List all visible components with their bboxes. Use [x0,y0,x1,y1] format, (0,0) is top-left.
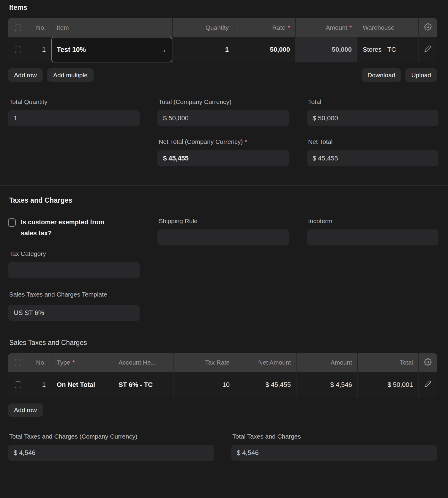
item-code-cell[interactable]: Test 10% → [51,37,172,62]
taxes-fields-row: Is customer exempted from sales tax? Shi… [8,217,440,245]
items-table-actions: Add row Add multiple Download Upload [8,68,437,82]
total-quantity-label: Total Quantity [9,98,140,106]
sales-taxes-table-actions: Add row [8,404,437,417]
items-col-quantity: Quantity [172,18,234,37]
taxes-col-type: Type* [51,353,113,372]
net-total-label: Net Total [308,138,438,146]
add-row-button[interactable]: Add row [8,68,43,82]
total-label: Total [308,98,438,106]
total-taxes-company-currency-label: Total Taxes and Charges (Company Currenc… [9,432,214,440]
total-field[interactable]: $ 50,000 [307,110,438,126]
pencil-icon[interactable] [424,45,431,54]
taxes-col-no: No. [28,353,51,372]
tax-category-field[interactable] [8,262,140,278]
items-col-no: No. [28,18,51,37]
taxes-col-tax-rate: Tax Rate [173,353,235,372]
sales-taxes-table-row: 1 On Net Total ST 6% - TC 10 $ 45,455 $ … [8,372,437,398]
total-quantity-field[interactable]: 1 [8,110,140,126]
items-table: No. Item Quantity Rate* Amount* Warehous… [8,18,437,62]
amount-cell[interactable]: $ 4,546 [296,372,357,398]
account-head-cell[interactable]: ST 6% - TC [113,372,173,398]
net-amount-cell[interactable]: $ 45,455 [235,372,296,398]
exempt-checkbox-field[interactable]: Is customer exempted from sales tax? [8,217,140,245]
required-marker: * [72,359,75,366]
open-link-arrow-icon[interactable]: → [160,45,167,54]
exempt-checkbox[interactable] [8,218,16,227]
quantity-cell[interactable]: 1 [172,37,234,62]
incoterm-field[interactable] [307,229,438,245]
items-col-rate: Rate* [234,18,295,37]
sales-taxes-template-field[interactable]: US ST 6% [8,305,140,321]
items-section-title: Items [9,4,440,12]
total-taxes-company-currency-field[interactable]: $ 4,546 [8,445,214,461]
items-col-amount: Amount* [295,18,357,37]
amount-cell[interactable]: 50,000 [295,37,357,62]
gear-icon[interactable] [424,358,432,367]
exempt-checkbox-label: Is customer exempted from sales tax? [21,217,119,239]
total-cell[interactable]: $ 50,001 [357,372,418,398]
total-taxes-field[interactable]: $ 4,546 [231,445,437,461]
row-select-cell[interactable] [8,372,28,398]
total-company-currency-label: Total (Company Currency) [159,98,289,106]
taxes-col-net-amount: Net Amount [235,353,296,372]
net-total-company-currency-label: Net Total (Company Currency)* [159,138,289,146]
section-divider [0,185,448,186]
upload-button[interactable]: Upload [405,68,437,82]
items-col-warehouse: Warehouse [357,18,418,37]
shipping-rule-field[interactable] [157,229,289,245]
bottom-totals-row: Total Taxes and Charges (Company Currenc… [8,432,440,461]
items-col-item: Item [51,18,172,37]
required-marker: * [349,24,352,31]
row-edit-cell[interactable] [418,37,437,62]
text-cursor [87,46,87,54]
tax-category-block: Tax Category [8,250,140,278]
taxes-col-total: Total [357,353,418,372]
shipping-rule-label: Shipping Rule [159,217,289,225]
gear-icon[interactable] [424,23,432,32]
tax-category-label: Tax Category [9,250,140,258]
totals-row-1: Total Quantity 1 Total (Company Currency… [8,98,440,126]
items-select-all-cell[interactable] [8,18,28,37]
sales-taxes-table-header: No. Type* Account He... Tax Rate Net Amo… [8,353,437,372]
row-checkbox[interactable] [15,46,21,53]
item-code-value[interactable]: Test 10% [57,46,86,54]
warehouse-cell[interactable]: Stores - TC [357,37,418,62]
select-all-checkbox[interactable] [15,359,21,366]
select-all-checkbox[interactable] [15,24,21,31]
row-no-cell: 1 [28,37,51,62]
pencil-icon[interactable] [424,380,431,389]
form-page: Items No. Item Quantity Rate* Amount* Wa… [0,0,448,461]
charge-type-cell[interactable]: On Net Total [51,372,113,398]
taxes-col-account-head: Account He... [113,353,173,372]
row-no-cell: 1 [28,372,51,398]
net-total-field[interactable]: $ 45,455 [307,150,438,166]
row-edit-cell[interactable] [418,372,437,398]
sales-taxes-template-block: Sales Taxes and Charges Template US ST 6… [8,289,140,321]
items-table-header: No. Item Quantity Rate* Amount* Warehous… [8,18,437,37]
items-table-settings-cell[interactable] [418,18,437,37]
taxes-select-all-cell[interactable] [8,353,28,372]
rate-cell[interactable]: 50,000 [234,37,295,62]
taxes-table-settings-cell[interactable] [418,353,437,372]
incoterm-label: Incoterm [308,217,438,225]
row-checkbox[interactable] [15,381,21,388]
net-total-company-currency-field[interactable]: $ 45,455 [157,150,289,166]
required-marker: * [245,138,247,145]
items-table-row: 1 Test 10% → 1 50,000 50,000 Stores - TC [8,37,437,62]
tax-rate-cell[interactable]: 10 [173,372,235,398]
totals-row-2: Net Total (Company Currency)* $ 45,455 N… [8,138,440,166]
sales-taxes-template-label: Sales Taxes and Charges Template [9,289,134,300]
sales-taxes-table: No. Type* Account He... Tax Rate Net Amo… [8,353,437,398]
taxes-col-amount: Amount [296,353,357,372]
taxes-section-title: Taxes and Charges [9,196,440,204]
download-button[interactable]: Download [362,68,401,82]
add-row-button[interactable]: Add row [8,404,43,417]
sales-taxes-table-title: Sales Taxes and Charges [9,339,440,347]
row-select-cell[interactable] [8,37,28,62]
total-taxes-label: Total Taxes and Charges [232,432,437,440]
required-marker: * [288,24,290,31]
total-company-currency-field[interactable]: $ 50,000 [157,110,289,126]
add-multiple-button[interactable]: Add multiple [47,68,94,82]
